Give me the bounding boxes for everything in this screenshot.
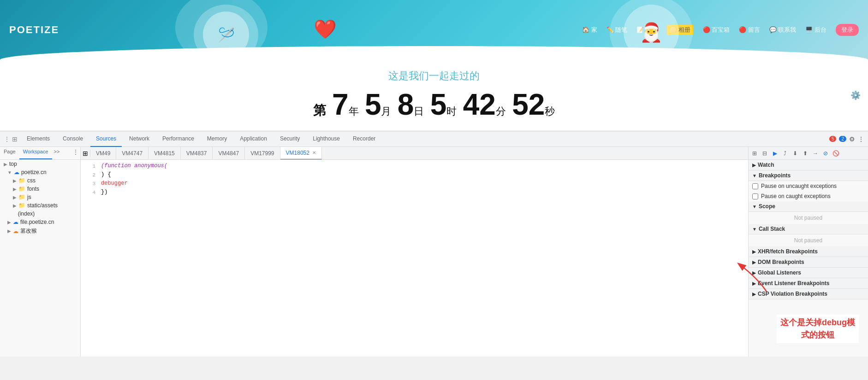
- tree-item-file-poetize[interactable]: ▶ ☁ file.poetize.cn: [0, 218, 80, 226]
- devtools-toolbar: ⋮ ⊞ Elements Console Sources Network Per…: [0, 131, 868, 147]
- code-line-1: 1 (function anonymous(: [81, 162, 748, 170]
- tree-item-fonts[interactable]: ▶ 📁 fonts: [0, 185, 80, 193]
- breakpoints-section-header[interactable]: ▼ Breakpoints: [749, 170, 868, 181]
- tree-item-css[interactable]: ▶ 📁 css: [0, 176, 80, 185]
- file-tab-vm4847[interactable]: VM4847: [213, 147, 245, 160]
- layout2-icon[interactable]: ⊟: [761, 149, 769, 158]
- nav-home[interactable]: 🏠 家: [582, 26, 597, 34]
- tab-memory[interactable]: Memory: [202, 131, 232, 147]
- tree-item-tampermonkey[interactable]: ▶ ☁ 篡改猴: [0, 226, 80, 236]
- file-tree-tab-more[interactable]: >>: [52, 147, 62, 159]
- scope-section-header[interactable]: ▼ Scope: [749, 201, 868, 212]
- file-tab-vm17999[interactable]: VM17999: [245, 147, 280, 160]
- tab-lighthouse[interactable]: Lighthouse: [307, 131, 345, 147]
- code-editor: 1 (function anonymous( 2 ) { 3 debugger …: [81, 160, 748, 357]
- settings-icon[interactable]: ⚙: [849, 135, 855, 143]
- site-logo: POETIZE: [9, 24, 59, 36]
- file-tab-vm4837[interactable]: VM4837: [181, 147, 213, 160]
- deactivate-breakpoints-icon[interactable]: ⊘: [821, 149, 830, 158]
- more-options-icon[interactable]: ⋮: [858, 135, 864, 143]
- editor-area: ⊞ VM49 VM4747 VM4815 VM4837 VM4847 VM179…: [81, 147, 748, 357]
- step-over-icon[interactable]: ⤴: [781, 149, 789, 158]
- file-tabs-bar: ⊞ VM49 VM4747 VM4815 VM4837 VM4847 VM179…: [81, 147, 748, 160]
- file-tree-tab-page[interactable]: Page: [0, 147, 19, 159]
- scope-status: Not paused: [749, 212, 868, 224]
- pause-caught-row: Pause on caught exceptions: [749, 191, 868, 201]
- watch-section-header[interactable]: ▶ Watch: [749, 160, 868, 170]
- code-line-4: 4 }): [81, 188, 748, 197]
- global-section-header[interactable]: ▶ Global Listeners: [749, 268, 868, 278]
- website-banner: POETIZE 🪡 ❤️ 🎅 🏠 家 ✏️ 随笔 📝 记录 🟡 相册 🔴 百宝箱…: [0, 0, 868, 60]
- tab-sources[interactable]: Sources: [90, 131, 122, 147]
- csp-section-header[interactable]: ▶ CSP Violation Breakpoints: [749, 289, 868, 299]
- devtools-toolbar-icons: 5 2 ⚙ ⋮: [829, 135, 864, 143]
- file-tree-tabs: Page Workspace >> ⋮: [0, 147, 80, 160]
- xhr-section-header[interactable]: ▶ XHR/fetch Breakpoints: [749, 246, 868, 257]
- tree-item-static[interactable]: ▶ 📁 static/assets: [0, 201, 80, 210]
- tab-security[interactable]: Security: [274, 131, 305, 147]
- step-into-icon[interactable]: ⬇: [791, 149, 799, 158]
- file-tab-vm4747[interactable]: VM4747: [116, 147, 149, 160]
- tab-elements[interactable]: Elements: [21, 131, 55, 147]
- step-icon[interactable]: →: [811, 149, 820, 158]
- warning-badge: 2: [839, 136, 846, 142]
- dont-pause-on-exceptions-icon[interactable]: 🚫: [832, 149, 840, 158]
- content-area: ⚙️ 这是我们一起走过的 第 7年 5月 8日 5时 42分 52秒: [0, 60, 868, 131]
- right-panel: ⊞ ⊟ ▶ ⤴ ⬇ ⬆ → ⊘ 🚫 ▶ Watch ▼: [748, 147, 868, 357]
- tree-item-poetize[interactable]: ▼ ☁ poetize.cn: [0, 168, 80, 176]
- layout-icon[interactable]: ⊞: [750, 149, 759, 158]
- right-panel-toolbar: ⊞ ⊟ ▶ ⤴ ⬇ ⬆ → ⊘ 🚫: [749, 147, 868, 160]
- file-tab-vm4815[interactable]: VM4815: [149, 147, 181, 160]
- dom-section-header[interactable]: ▶ DOM Breakpoints: [749, 257, 868, 268]
- nav-contact[interactable]: 💬 联系我: [769, 26, 797, 34]
- login-button[interactable]: 登录: [836, 24, 859, 36]
- tab-performance[interactable]: Performance: [157, 131, 200, 147]
- tab-console[interactable]: Console: [57, 131, 89, 147]
- file-tree-actions[interactable]: ⋮: [71, 147, 80, 159]
- add-file-icon[interactable]: ⊞: [83, 150, 88, 157]
- call-stack-status: Not paused: [749, 234, 868, 246]
- sources-layout: Page Workspace >> ⋮ ▶ top ▼ ☁ poetize.cn…: [0, 147, 868, 357]
- devtools-drag-handle[interactable]: ⋮: [4, 135, 10, 143]
- file-tab-vm49[interactable]: VM49: [90, 147, 116, 160]
- tree-item-js[interactable]: ▶ 📁 js: [0, 193, 80, 201]
- tree-item-index[interactable]: (index): [0, 210, 80, 218]
- file-tree-tab-workspace[interactable]: Workspace: [19, 147, 52, 159]
- new-tab-button[interactable]: ⊞: [81, 150, 90, 157]
- devtools-panel-icon[interactable]: ⊞: [12, 135, 18, 143]
- nav-message[interactable]: 🔴 留言: [739, 26, 760, 34]
- close-tab-icon[interactable]: ✕: [312, 150, 316, 155]
- pause-uncaught-row: Pause on uncaught exceptions: [749, 181, 868, 191]
- content-subtitle: 这是我们一起走过的: [0, 69, 868, 83]
- code-line-2: 2 ) {: [81, 170, 748, 179]
- step-out-icon[interactable]: ⬆: [801, 149, 809, 158]
- timer-display: 第 7年 5月 8日 5时 42分 52秒: [0, 88, 868, 122]
- file-tree: Page Workspace >> ⋮ ▶ top ▼ ☁ poetize.cn…: [0, 147, 81, 357]
- tree-item-top[interactable]: ▶ top: [0, 160, 80, 168]
- pause-caught-checkbox[interactable]: [752, 193, 758, 199]
- tab-network[interactable]: Network: [124, 131, 155, 147]
- resume-icon[interactable]: ▶: [771, 149, 779, 158]
- pause-uncaught-checkbox[interactable]: [752, 183, 758, 189]
- event-section-header[interactable]: ▶ Event Listener Breakpoints: [749, 278, 868, 289]
- nav-admin[interactable]: 🖥️ 后台: [805, 26, 826, 34]
- error-badge: 5: [829, 136, 837, 142]
- code-line-3: 3 debugger: [81, 179, 748, 188]
- devtools-panel: ⋮ ⊞ Elements Console Sources Network Per…: [0, 131, 868, 357]
- tab-application[interactable]: Application: [234, 131, 273, 147]
- nav-treasure[interactable]: 🔴 百宝箱: [703, 26, 730, 34]
- file-tab-vm18052[interactable]: VM18052 ✕: [280, 147, 322, 160]
- tab-recorder[interactable]: Recorder: [347, 131, 381, 147]
- call-stack-section-header[interactable]: ▼ Call Stack: [749, 224, 868, 234]
- gear-icon[interactable]: ⚙️: [850, 91, 861, 100]
